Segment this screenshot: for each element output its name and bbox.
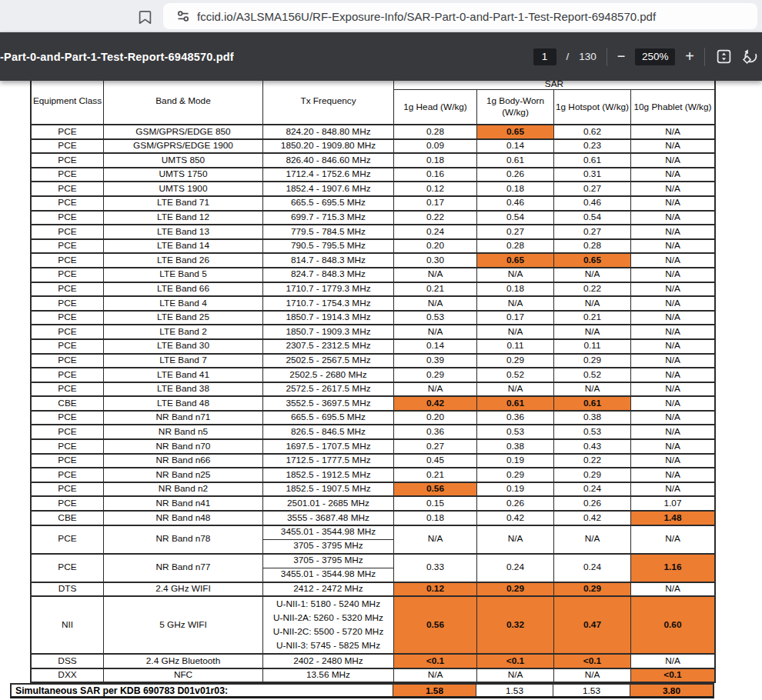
sar-value-cell: N/A xyxy=(631,325,714,338)
zoom-level-input[interactable]: 250% xyxy=(635,48,675,65)
equipment-class-cell: DSS xyxy=(32,655,104,668)
table-row: NII5 GHz WIFIU-NII-1: 5180 - 5240 MHzU-N… xyxy=(30,597,716,655)
sar-value-cell: 0.56 xyxy=(394,483,477,496)
band-mode-cell: LTE Band 38 xyxy=(104,383,263,396)
sar-value-cell: N/A xyxy=(631,455,714,468)
equipment-class-cell: DTS xyxy=(32,583,104,596)
sar-value-cell: 0.61 xyxy=(554,397,631,410)
band-mode-cell: LTE Band 48 xyxy=(104,397,263,410)
tx-frequency-cell: 814.7 - 848.3 MHz xyxy=(263,254,394,267)
url-text[interactable]: fccid.io/A3LSMA156U/RF-Exposure-Info/SAR… xyxy=(197,10,656,23)
tx-frequency-cell: 3705 - 3795 MHz3455.01 - 3544.98 MHz xyxy=(263,555,394,582)
frequency-line: 779.5 - 784.5 MHz xyxy=(263,225,393,238)
sar-value-cell: N/A xyxy=(477,297,554,310)
equipment-class-cell: CBE xyxy=(32,512,104,525)
sar-value-cell: 0.27 xyxy=(394,440,477,453)
table-row: PCELTE Band 26814.7 - 848.3 MHz0.300.650… xyxy=(30,254,716,268)
page-total: 130 xyxy=(579,51,597,62)
sar-value-cell: 0.09 xyxy=(394,140,477,153)
sar-value-cell: N/A xyxy=(631,283,714,296)
table-row: PCENR Band n783455.01 - 3544.98 MHz3705 … xyxy=(30,526,716,555)
frequency-line: 826.5 - 846.5 MHz xyxy=(263,425,393,438)
sar-value-cell: 0.27 xyxy=(554,182,631,195)
tx-frequency-cell: 2307.5 - 2312.5 MHz xyxy=(263,340,394,353)
sar-value-cell: N/A xyxy=(631,583,714,596)
bookmark-icon[interactable] xyxy=(135,8,154,26)
header-band-mode: Band & Mode xyxy=(104,81,263,125)
equipment-class-cell: PCE xyxy=(32,526,104,553)
rotate-icon[interactable] xyxy=(742,48,759,65)
band-mode-cell: NR Band n5 xyxy=(104,425,263,438)
equipment-class-cell: PCE xyxy=(32,325,104,338)
band-mode-cell: UMTS 850 xyxy=(104,154,263,167)
sar-value-cell: 0.19 xyxy=(477,455,554,468)
zoom-in-button[interactable]: + xyxy=(685,48,694,65)
tx-frequency-cell: 2412 - 2472 MHz xyxy=(263,583,394,596)
sar-value-cell: 0.24 xyxy=(554,555,631,582)
sar-value-cell: 0.22 xyxy=(394,212,477,225)
equipment-class-cell: CBE xyxy=(32,397,104,410)
frequency-line: 2572.5 - 2617.5 MHz xyxy=(263,383,393,396)
sar-value-cell: N/A xyxy=(554,268,631,282)
sar-value-cell: 0.20 xyxy=(394,412,477,425)
page-number-input[interactable]: 1 xyxy=(533,48,556,65)
browser-url-bar[interactable]: fccid.io/A3LSMA156U/RF-Exposure-Info/SAR… xyxy=(0,0,762,32)
sar-value-cell: 0.52 xyxy=(554,368,631,382)
site-permissions-icon[interactable] xyxy=(174,7,192,25)
sar-value-cell: 0.17 xyxy=(477,312,554,325)
equipment-class-cell: PCE xyxy=(32,154,104,167)
band-mode-cell: GSM/GPRS/EDGE 1900 xyxy=(104,140,263,153)
sar-value-cell: 0.18 xyxy=(394,154,477,167)
sar-value-cell: 0.12 xyxy=(394,182,477,195)
sar-value-cell: 0.61 xyxy=(477,154,554,167)
sar-table-header: Equipment Class Band & Mode Tx Frequency… xyxy=(30,81,716,125)
tx-frequency-cell: 3455.01 - 3544.98 MHz3705 - 3795 MHz xyxy=(263,526,394,553)
table-row: PCENR Band n701697.5 - 1707.5 MHz0.270.3… xyxy=(30,440,716,455)
band-mode-cell: NR Band n2 xyxy=(104,483,263,496)
tx-frequency-cell: 1850.7 - 1909.3 MHz xyxy=(263,325,394,338)
sar-value-cell: N/A xyxy=(631,168,714,182)
sar-value-cell: 0.28 xyxy=(394,125,477,138)
sar-value-cell: N/A xyxy=(631,355,714,368)
table-row: PCENR Band n251852.5 - 1912.5 MHz0.210.2… xyxy=(30,468,716,483)
table-row: PCELTE Band 41710.7 - 1754.3 MHzN/AN/AN/… xyxy=(30,297,716,312)
sar-value-cell: 0.22 xyxy=(554,283,631,296)
sar-value-cell: N/A xyxy=(394,325,477,338)
table-row: PCEUMTS 850826.40 - 846.60 MHz0.180.610.… xyxy=(30,154,716,168)
sar-value-cell: N/A xyxy=(394,526,477,553)
band-mode-cell: 2.4 GHz Bluetooth xyxy=(104,655,263,668)
band-mode-cell: 5 GHz WIFI xyxy=(104,597,263,653)
sar-value-cell: 0.22 xyxy=(554,455,631,468)
sar-value-cell: 0.24 xyxy=(394,225,477,238)
sar-value-cell: 0.11 xyxy=(477,340,554,353)
sar-value-cell: 0.56 xyxy=(394,597,477,653)
sar-value-cell: 0.30 xyxy=(394,254,477,267)
sar-value-cell: N/A xyxy=(631,312,714,325)
sar-value-cell: N/A xyxy=(631,297,714,310)
equipment-class-cell: PCE xyxy=(32,368,104,382)
header-sar: SAR xyxy=(394,81,714,90)
equipment-class-cell: PCE xyxy=(32,254,104,267)
sar-value-cell: N/A xyxy=(631,368,714,382)
address-bar[interactable]: fccid.io/A3LSMA156U/RF-Exposure-Info/SAR… xyxy=(163,3,757,29)
equipment-class-cell: PCE xyxy=(32,468,104,482)
zoom-out-button[interactable]: − xyxy=(617,48,626,65)
fit-to-page-icon[interactable] xyxy=(715,48,732,65)
tx-frequency-cell: 1710.7 - 1754.3 MHz xyxy=(263,297,394,310)
table-row: PCELTE Band 5824.7 - 848.3 MHzN/AN/AN/AN… xyxy=(30,268,716,283)
sar-value-cell: N/A xyxy=(631,254,714,267)
sar-value-cell: 0.14 xyxy=(394,340,477,353)
frequency-line: 1712.4 - 1752.6 MHz xyxy=(263,168,393,182)
frequency-line: 1852.5 - 1912.5 MHz xyxy=(263,468,393,482)
frequency-line: 2502.5 - 2680 MHz xyxy=(263,368,393,382)
sar-value-cell: N/A xyxy=(631,425,714,438)
equipment-class-cell: PCE xyxy=(32,340,104,353)
tx-frequency-cell: 3555 - 3687.48 MHz xyxy=(263,512,394,525)
header-10g-phablet: 10g Phablet (W/kg) xyxy=(631,90,714,125)
frequency-line: 824.20 - 848.80 MHz xyxy=(263,125,393,138)
sar-value-cell: 0.46 xyxy=(554,197,631,210)
sar-value-cell: 0.26 xyxy=(477,497,554,510)
frequency-line: 3455.01 - 3544.98 MHz xyxy=(263,568,393,582)
band-mode-cell: NFC xyxy=(104,669,263,682)
tx-frequency-cell: 1712.4 - 1752.6 MHz xyxy=(263,168,394,182)
